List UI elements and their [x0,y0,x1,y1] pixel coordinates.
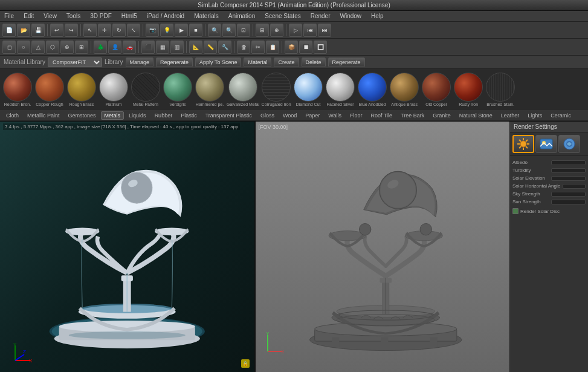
tb2-3[interactable]: △ [31,41,45,54]
cat-leather[interactable]: Leather [497,111,523,120]
tb2-4[interactable]: ⬡ [46,41,59,54]
btn-regenerate[interactable]: Regenerate [156,57,193,67]
cat-cloth[interactable]: Cloth [2,111,22,120]
lock-icon-left[interactable]: 🔒 [241,359,250,368]
menu-tools[interactable]: Tools [65,12,82,20]
bar-turbidity[interactable] [551,168,586,173]
tb-zoom-out[interactable]: 🔍 [222,24,236,37]
bar-sun-strength[interactable] [551,200,586,204]
cat-ceramic[interactable]: Ceramic [547,111,575,120]
tb2-8[interactable]: 👤 [108,41,121,54]
bar-albedo[interactable] [551,160,586,165]
tb-open[interactable]: 📂 [17,24,30,37]
tb2-16[interactable]: 🗑 [237,41,250,54]
menu-render[interactable]: Render [309,12,332,20]
cat-transparent[interactable]: Transparent Plastic [202,111,256,120]
tb-fit[interactable]: ⊡ [237,24,250,37]
cat-liquids[interactable]: Liquids [125,111,150,120]
tb-select[interactable]: ↖ [83,24,97,37]
cat-walls[interactable]: Walls [325,111,345,120]
tb-scale[interactable]: ⤡ [127,24,140,37]
cat-metallic-paint[interactable]: Metallic Paint [24,111,63,120]
tb-snap[interactable]: ⊕ [270,24,283,37]
cat-gloss[interactable]: Gloss [257,111,278,120]
mat-sphere-blue-anodized[interactable]: Blue Anodized [357,73,387,106]
tb2-15[interactable]: 🔧 [218,41,231,54]
tb-anim2[interactable]: ⏭ [318,24,331,37]
cat-natural-stone[interactable]: Natural Stone [456,111,496,120]
tb-save[interactable]: 💾 [31,24,45,37]
menu-html5[interactable]: Html5 [120,12,139,20]
mat-sphere-rough-brass[interactable]: Rough Brass [66,73,97,106]
tb-rotate[interactable]: ↻ [112,24,126,37]
mat-sphere-old-copper[interactable]: Old Copper [421,73,451,106]
bar-solar-elevation[interactable] [551,176,586,181]
tb-new[interactable]: 📄 [2,24,16,37]
viewport-left[interactable]: 7.4 fps , 5.3777 Mpps , 362 app , image … [0,122,256,372]
tb2-11[interactable]: ▦ [156,41,169,54]
cat-wood[interactable]: Wood [279,111,300,120]
tb2-6[interactable]: ⊞ [75,41,88,54]
tb2-17[interactable]: ✂ [251,41,265,54]
tb-camera[interactable]: 📷 [146,24,159,37]
menu-materials[interactable]: Materials [192,12,221,20]
tb-redo[interactable]: ↪ [65,24,78,37]
mat-sphere-faceted[interactable]: Faceted Silver [325,73,355,106]
cat-tree-bark[interactable]: Tree Bark [397,111,428,120]
mat-lib-dropdown[interactable]: ComposerFIT [48,57,102,67]
tb2-1[interactable]: ◻ [2,41,16,54]
tb-move[interactable]: ✛ [98,24,111,37]
tb-undo[interactable]: ↩ [50,24,63,37]
mat-sphere-galvanized[interactable]: Galvanized Metal [227,73,259,106]
menu-animation[interactable]: Animation [227,12,257,20]
cat-plastic[interactable]: Plastic [177,111,201,120]
btn-create[interactable]: Create [274,57,299,67]
mat-sphere-platinum[interactable]: Platinum [99,73,129,106]
tb-stop[interactable]: ■ [189,24,202,37]
tb2-5[interactable]: ⊛ [60,41,74,54]
btn-delete[interactable]: Delete [302,57,326,67]
cat-granite[interactable]: Granite [429,111,454,120]
tb-anim[interactable]: ⏮ [303,24,317,37]
btn-regenerate2[interactable]: Regenerate [328,57,365,67]
menu-view[interactable]: View [42,12,59,20]
cat-floor[interactable]: Floor [346,111,366,120]
tb2-19[interactable]: 📦 [285,41,298,54]
tb2-2[interactable]: ○ [17,41,30,54]
cat-metals[interactable]: Metals [101,111,124,120]
mat-sphere-hammered[interactable]: Hammered pe. [195,73,225,106]
menu-ipad[interactable]: iPad / Android [145,12,186,20]
cat-lights[interactable]: Lights [524,111,546,120]
tb2-20[interactable]: 🔲 [299,41,312,54]
cat-paper[interactable]: Paper [302,111,323,120]
render-sun-icon[interactable] [512,135,534,153]
mat-sphere-verdigris[interactable]: Verdigris [163,73,193,106]
btn-apply-to-scene[interactable]: Apply To Scene [195,57,241,67]
tb2-12[interactable]: ▥ [170,41,184,54]
menu-window[interactable]: Window [338,12,364,20]
bar-sky-strength[interactable] [551,192,586,197]
cat-gemstones[interactable]: Gemstones [65,111,100,120]
menu-edit[interactable]: Edit [22,12,36,20]
tb-grid[interactable]: ⊞ [256,24,269,37]
tb2-9[interactable]: 🚗 [123,41,136,54]
btn-material[interactable]: Material [244,57,271,67]
mat-sphere-corrugated[interactable]: Corrugated Iron [261,73,291,106]
tb2-10[interactable]: ⬛ [141,41,155,54]
menu-file[interactable]: File [2,12,16,20]
mat-sphere-metal-pattern[interactable]: Metal-Pattern [131,73,161,106]
render-image-icon[interactable] [535,135,557,153]
checkbox-render-solar-disc[interactable] [512,208,519,214]
tb2-21[interactable]: 🔳 [314,41,327,54]
cat-roof-tile[interactable]: Roof Tile [367,111,396,120]
mat-sphere-reddish[interactable]: Reddish Bron. [2,73,33,106]
render-extra-icon[interactable] [558,135,580,153]
tb-render[interactable]: ▶ [175,24,188,37]
tb-zoom-in[interactable]: 🔍 [208,24,221,37]
mat-sphere-copper[interactable]: Copper Rough [34,73,65,106]
mat-sphere-diamond[interactable]: Diamond Cut [293,73,323,106]
mat-sphere-rusty[interactable]: Rusty Iron [453,73,483,106]
tb2-13[interactable]: 📐 [189,41,202,54]
mat-sphere-antique-brass[interactable]: Antique Brass [389,73,419,106]
menu-help[interactable]: Help [369,12,386,20]
